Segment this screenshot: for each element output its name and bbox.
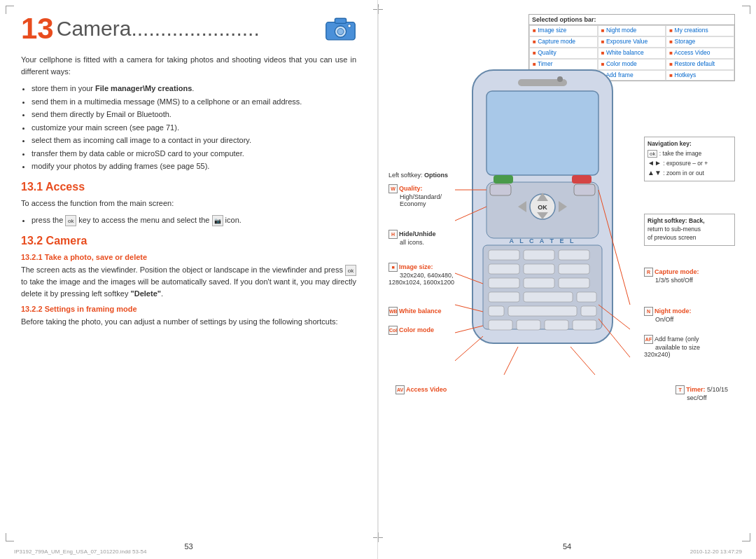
quality-label: Quality: — [399, 185, 423, 192]
section-13-1-heading: 13.1 Access — [21, 181, 356, 193]
svg-rect-27 — [489, 278, 519, 288]
camera-icon — [325, 17, 356, 41]
option-white-balance: ■ White balance — [598, 48, 666, 59]
svg-rect-32 — [577, 292, 596, 302]
svg-line-51 — [570, 347, 595, 375]
image-size-callout: ■Image size: 320x240, 640x480,1280x1024,… — [388, 263, 454, 286]
bold-file-manager: File manager\My creations — [95, 84, 192, 92]
options-bar-title: Selected options bar: — [529, 15, 734, 25]
access-video-callout: AVAccess Video — [396, 385, 447, 394]
option-image-size: ■ Image size — [529, 25, 598, 36]
access-video-icon: AV — [396, 385, 405, 394]
list-item: transfer them by data cable or microSD c… — [31, 148, 356, 160]
nav-key-ud: ▲▼ : zoom in or out — [648, 168, 732, 178]
right-softkey-box: Right softkey: Back, return to sub-menus… — [644, 214, 735, 246]
option-quality: ■ Quality — [529, 48, 598, 59]
list-item: send them directly by Email or Bluetooth… — [31, 109, 356, 120]
svg-rect-22 — [524, 250, 554, 260]
list-item: send them in a multimedia message (MMS) … — [31, 96, 356, 108]
night-mode-detail: On/Off — [655, 316, 673, 323]
option-my-creations: ■ My creations — [666, 25, 734, 36]
footer-file: IP3192_799A_UM_Eng_USA_07_101220.indd 53… — [14, 548, 146, 555]
image-size-detail: 320x240, 640x480,1280x1024, 1600x1200 — [388, 272, 454, 286]
chapter-number: 13 — [21, 14, 54, 43]
list-item: select them as incoming call image to a … — [31, 134, 356, 146]
timer-label: Timer: — [686, 386, 705, 393]
page-container: 13 Camera...................... Your cel… — [0, 0, 756, 559]
color-mode-icon: Col — [388, 326, 398, 335]
svg-rect-18 — [493, 175, 513, 184]
add-frame-icon: AF — [644, 335, 653, 344]
svg-rect-30 — [489, 292, 519, 302]
svg-rect-31 — [524, 292, 573, 302]
hide-icon: H — [388, 230, 398, 239]
svg-rect-35 — [581, 306, 596, 316]
night-mode-label: Night mode: — [654, 308, 692, 315]
option-exposure-value: ■ Exposure Value — [598, 36, 666, 48]
svg-rect-38 — [545, 320, 568, 330]
white-balance-callout: WBWhite balance — [388, 307, 442, 316]
svg-point-4 — [348, 24, 351, 27]
option-access-video: ■ Access Video — [666, 48, 734, 59]
quality-icon: W — [388, 184, 398, 193]
list-item: press the ok key to access the menu and … — [31, 214, 356, 226]
svg-rect-34 — [508, 306, 577, 316]
list-item: store them in your File manager\My creat… — [31, 83, 356, 95]
page-number-left: 53 — [184, 542, 192, 551]
phone-diagram: OK — [448, 67, 637, 375]
option-restore-default: ■ Restore default — [666, 59, 734, 70]
timer-icon: T — [676, 385, 685, 394]
ok-press-icon: ok — [345, 265, 356, 276]
image-size-icon: ■ — [388, 263, 398, 272]
section-13-2-2-body: Before taking the photo, you can adjust … — [21, 316, 356, 328]
footer-date: 2010-12-20 13:47:29 — [690, 548, 742, 555]
svg-rect-25 — [524, 264, 554, 274]
option-capture-mode: ■ Capture mode — [529, 36, 598, 48]
quality-detail: High/Standard/Economy — [388, 193, 442, 207]
night-mode-callout: NNight mode: On/Off — [644, 307, 735, 323]
nav-key-title: Navigation key: — [648, 140, 732, 149]
access-video-label: Access Video — [406, 386, 447, 393]
svg-point-3 — [337, 28, 344, 34]
option-hotkeys: ■ Hotkeys — [666, 70, 734, 81]
svg-rect-24 — [489, 264, 519, 274]
section-13-1-body: To access the function from the main scr… — [21, 198, 356, 209]
timer-callout: TTimer: 5/10/15 sec/Off — [676, 385, 728, 401]
svg-point-8 — [557, 76, 563, 82]
option-storage: ■ Storage — [666, 36, 734, 48]
left-softkey-label: Left softkey: Options — [388, 172, 448, 179]
color-mode-callout: ColColor mode — [388, 326, 434, 335]
section-13-2-1-body: The screen acts as the viewfinder. Posit… — [21, 264, 356, 299]
chapter-title: Camera...................... — [57, 17, 325, 41]
svg-line-47 — [504, 347, 518, 375]
section-13-2-heading: 13.2 Camera — [21, 235, 356, 247]
add-frame-callout: AFAdd frame (only available to size320x2… — [644, 335, 735, 358]
quality-callout: WQuality: High/Standard/Economy — [388, 184, 442, 207]
svg-rect-1 — [335, 18, 346, 23]
image-size-label: Image size: — [399, 263, 433, 270]
add-frame-label: Add frame (only — [654, 336, 699, 343]
hide-label: Hide/Unhide — [399, 230, 436, 237]
left-page: 13 Camera...................... Your cel… — [0, 0, 378, 559]
section-13-2-1-heading: 13.2.1 Take a photo, save or delete — [21, 253, 356, 261]
svg-text:A L C A T E L: A L C A T E L — [510, 237, 576, 244]
ok-icon: ok — [65, 215, 76, 226]
chapter-header: 13 Camera...................... — [21, 14, 356, 43]
nav-key-lr: ◄► : exposure – or + — [648, 158, 732, 168]
timer-detail: sec/Off — [687, 394, 706, 401]
svg-rect-19 — [572, 175, 592, 184]
page-number-right: 54 — [563, 542, 571, 551]
white-balance-label: White balance — [399, 308, 442, 315]
delete-label: "Delete" — [131, 289, 161, 298]
bullet-list: store them in your File manager\My creat… — [31, 83, 356, 172]
intro-text: Your cellphone is fitted with a camera f… — [21, 54, 356, 77]
list-item: customize your main screen (see page 71)… — [31, 122, 356, 134]
right-softkey-detail: return to sub-menusof previous screen — [648, 226, 732, 242]
svg-rect-39 — [573, 320, 596, 330]
section-13-2-2-heading: 13.2.2 Settings in framing mode — [21, 305, 356, 313]
svg-rect-23 — [559, 250, 589, 260]
color-mode-label: Color mode — [399, 326, 434, 333]
svg-rect-37 — [517, 320, 540, 330]
capture-mode-detail: 1/3/5 shot/Off — [655, 277, 693, 284]
capture-mode-label: Capture mode: — [654, 268, 699, 275]
